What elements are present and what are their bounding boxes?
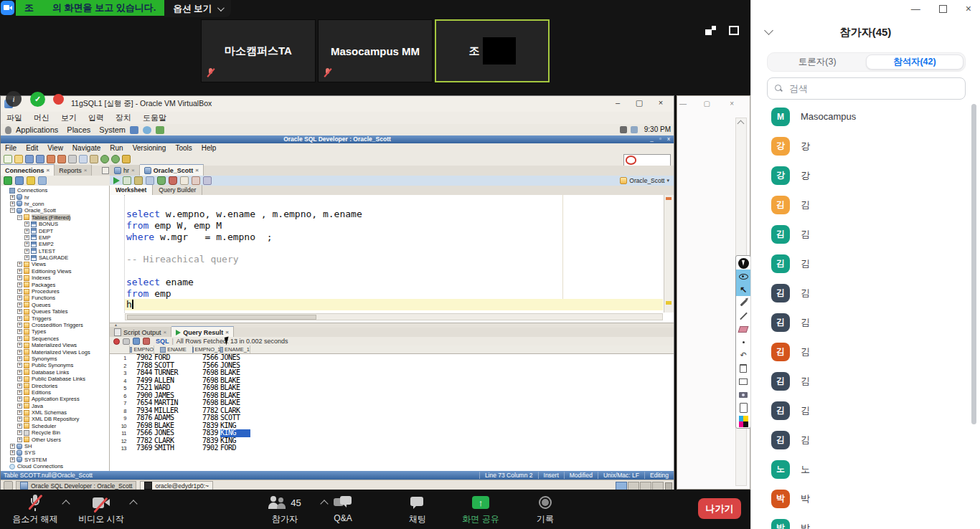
table-row[interactable]: 87934MILLER7782CLARK — [110, 407, 674, 415]
search-box[interactable] — [623, 154, 671, 166]
close-icon[interactable]: × — [164, 329, 167, 335]
expand-icon[interactable]: + — [17, 363, 22, 368]
cell[interactable]: JAMES — [154, 392, 193, 400]
tree-item-java[interactable]: +Java — [1, 403, 109, 409]
add-icon[interactable] — [4, 176, 12, 185]
tree-item-crossedition-triggers[interactable]: +Crossedition Triggers — [1, 322, 109, 328]
expand-icon[interactable]: + — [17, 336, 22, 341]
cell[interactable]: SCOTT — [220, 414, 250, 422]
menu-item[interactable]: 입력 — [88, 113, 104, 123]
tree-item-connections[interactable]: Connections — [1, 187, 109, 194]
cell[interactable]: 7876 — [130, 414, 154, 422]
menu-item[interactable]: 파일 — [6, 113, 22, 123]
search-field[interactable] — [767, 77, 966, 100]
expand-icon[interactable]: + — [17, 343, 22, 348]
cell[interactable]: WARD — [154, 384, 193, 392]
desktop-menu-item[interactable]: Places — [67, 125, 90, 134]
expand-icon[interactable]: + — [17, 390, 22, 395]
cell[interactable]: 7654 — [130, 399, 154, 407]
minimize-button[interactable]: — — [679, 100, 687, 108]
cell[interactable]: 7698 — [193, 369, 220, 377]
cell[interactable]: CLARK — [154, 437, 193, 445]
close-icon[interactable]: × — [195, 167, 199, 173]
tree-item-application-express[interactable]: +Application Express — [1, 396, 109, 402]
expand-icon[interactable]: + — [17, 396, 22, 401]
cell[interactable]: 7698 — [193, 392, 220, 400]
code-line[interactable]: from emp — [125, 288, 663, 300]
pin-icon[interactable] — [113, 338, 120, 345]
code-line[interactable]: select w.empno, w.ename , m.empno, m.ena… — [125, 209, 663, 220]
collapse-icon[interactable]: − — [10, 208, 15, 213]
column-header-empno_1[interactable]: EMPNO_1 — [193, 345, 220, 353]
expand-icon[interactable]: + — [17, 350, 22, 355]
cell[interactable]: 7369 — [130, 444, 154, 452]
cell[interactable]: 7839 — [193, 429, 220, 437]
code-line[interactable]: where w.mgr = m.empno ; — [125, 232, 663, 243]
participant-row[interactable]: 박박 — [751, 513, 971, 529]
start-video-button[interactable]: 비디오 시작 — [72, 494, 131, 525]
table-row[interactable]: 137369SMITH7902FORD — [110, 444, 674, 452]
code-line[interactable] — [125, 265, 663, 277]
sql-editor[interactable]: select w.empno, w.ename , m.empno, m.ena… — [110, 195, 674, 323]
cell[interactable]: 7844 — [130, 369, 154, 377]
close-icon[interactable]: × — [84, 167, 88, 173]
shield-check-icon[interactable]: ✓ — [30, 92, 45, 107]
paste-icon[interactable] — [90, 155, 98, 163]
gallery-view-icon[interactable] — [705, 26, 716, 35]
menu-item[interactable]: View — [47, 144, 63, 152]
tree-item-editions[interactable]: +Editions — [1, 389, 109, 396]
redo-icon[interactable] — [57, 155, 66, 163]
cell[interactable]: 7698 — [193, 399, 220, 407]
unshared-worksheet-icon[interactable] — [180, 176, 189, 185]
tree-item-bonus[interactable]: +BONUS — [1, 221, 109, 227]
column-header-empno[interactable]: EMPNO — [130, 345, 154, 353]
tree-item-emp2[interactable]: +EMP2 — [1, 241, 109, 247]
tree-item-queues-tables[interactable]: +Queues Tables — [1, 308, 109, 315]
whiteboard-icon[interactable] — [736, 376, 750, 389]
expand-icon[interactable]: + — [17, 302, 22, 308]
cell[interactable]: 7902 — [193, 444, 220, 452]
tree-item-recycle-bin[interactable]: +Recycle Bin — [1, 429, 109, 436]
history-icon[interactable] — [203, 176, 212, 185]
cell[interactable]: 7566 — [130, 429, 154, 437]
colors-icon[interactable] — [736, 415, 750, 428]
expand-icon[interactable]: + — [17, 295, 22, 300]
cell[interactable]: TURNER — [154, 369, 193, 377]
cursor-icon[interactable]: ↖ — [736, 283, 750, 296]
table-row[interactable]: 77654MARTIN7698BLAKE — [110, 399, 674, 407]
tree-item-tables-filtered-[interactable]: −Tables (Filtered) — [1, 214, 109, 221]
participants-button[interactable]: 45 참가자 — [253, 494, 317, 525]
cell[interactable]: 7788 — [130, 362, 154, 370]
participant-row[interactable]: 김김 — [751, 366, 971, 396]
cell[interactable]: 7788 — [193, 414, 220, 422]
tree-item-xml-schemas[interactable]: +XML Schemas — [1, 409, 109, 416]
table-row[interactable]: 17902FORD7566JONES — [110, 354, 674, 362]
column-header-ename_1[interactable]: ENAME_1 — [220, 345, 250, 353]
tree-item-editioning-views[interactable]: +Editioning Views — [1, 268, 109, 275]
menu-item[interactable]: File — [5, 144, 17, 152]
screenshot-icon[interactable] — [736, 389, 750, 401]
fullscreen-icon[interactable] — [729, 26, 739, 35]
table-row[interactable]: 37844TURNER7698BLAKE — [110, 369, 674, 377]
expand-icon[interactable]: + — [10, 444, 15, 449]
expand-icon[interactable]: + — [17, 323, 22, 328]
cell[interactable]: SMITH — [154, 444, 193, 452]
tree-item-system[interactable]: +SYSTEM — [1, 457, 109, 463]
participants-scrollbar[interactable] — [971, 104, 976, 424]
fetch-icon[interactable] — [133, 338, 140, 345]
table-row[interactable]: 127782CLARK7839KING — [110, 437, 674, 445]
tree-item-emp[interactable]: +EMP — [1, 234, 109, 241]
close-button[interactable]: × — [652, 98, 669, 107]
expand-icon[interactable]: + — [17, 376, 22, 381]
video-tile[interactable]: 조 — [435, 19, 550, 82]
visibility-icon[interactable] — [736, 270, 750, 282]
menu-item[interactable]: Navigate — [72, 144, 100, 152]
back-icon[interactable] — [100, 155, 109, 163]
code-line[interactable] — [125, 242, 663, 254]
expand-icon[interactable]: + — [17, 370, 22, 375]
cell[interactable]: KING — [220, 437, 250, 445]
expand-icon[interactable]: + — [17, 404, 22, 409]
close-button[interactable]: × — [966, 3, 971, 14]
menu-item[interactable]: 머신 — [34, 113, 50, 123]
cell[interactable]: SCOTT — [154, 362, 193, 370]
